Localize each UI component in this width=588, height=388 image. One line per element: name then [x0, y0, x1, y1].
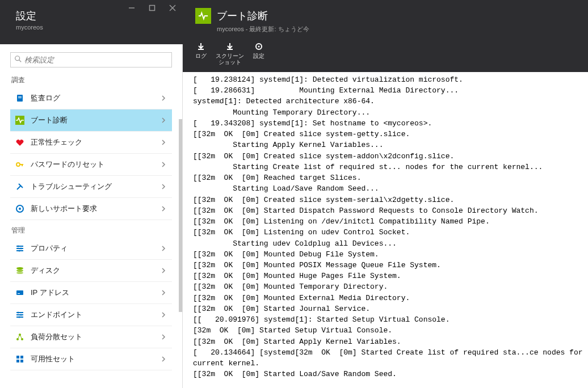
svg-point-20	[18, 246, 19, 247]
lb-icon	[15, 332, 25, 342]
nav-item-label: トラブルシューティング	[31, 182, 112, 192]
nav-item-audit-log[interactable]: 監査ログ	[10, 87, 172, 109]
nav-group-label: 管理	[11, 226, 172, 235]
svg-rect-39	[16, 356, 19, 359]
nav-item-label: 正常性チェック	[31, 137, 82, 147]
svg-point-16	[19, 208, 21, 210]
toolbar-label: ログ	[195, 53, 207, 59]
sidebar-scrollbar[interactable]	[179, 119, 182, 388]
chevron-right-icon	[161, 267, 166, 275]
toolbar-log-button[interactable]: ログ	[195, 40, 216, 68]
nav-item-endpoints[interactable]: エンドポイント	[10, 304, 172, 326]
svg-rect-1	[150, 6, 155, 11]
nav-item-troubleshoot[interactable]: トラブルシューティング	[10, 176, 172, 198]
nav-item-properties[interactable]: プロパティ	[10, 238, 172, 260]
svg-rect-40	[20, 356, 23, 359]
nav-item-boot-diag[interactable]: ブート診断	[10, 109, 172, 132]
close-button[interactable]	[162, 0, 183, 16]
doc-icon	[15, 93, 25, 103]
nav-item-label: 可用性セット	[31, 354, 75, 364]
nav-item-disks[interactable]: ディスク	[10, 260, 172, 282]
support-icon	[15, 204, 25, 214]
svg-point-31	[18, 312, 19, 314]
svg-point-48	[258, 46, 260, 48]
download-icon	[196, 41, 205, 52]
heart-icon	[15, 137, 25, 147]
nav-item-label: ディスク	[31, 265, 60, 276]
svg-point-24	[16, 269, 23, 272]
nav-item-label: ブート診断	[31, 115, 68, 125]
svg-rect-8	[18, 98, 22, 98]
svg-rect-26	[16, 290, 23, 295]
toolbar-screenshot-button[interactable]: スクリーンショット	[216, 40, 253, 68]
chevron-right-icon	[161, 94, 166, 103]
nav-item-label: 新しいサポート要求	[31, 204, 97, 214]
sliders-icon	[15, 243, 25, 254]
chevron-right-icon	[161, 355, 166, 364]
nav-item-label: 負荷分散セット	[31, 332, 82, 342]
chevron-right-icon	[161, 333, 166, 341]
nav-item-lb-set[interactable]: 負荷分散セット	[10, 326, 172, 348]
svg-point-23	[16, 267, 23, 269]
svg-point-21	[20, 248, 22, 250]
maximize-button[interactable]	[142, 0, 162, 16]
disks-icon	[15, 265, 25, 276]
download-icon	[225, 41, 234, 52]
card-icon	[15, 288, 25, 298]
minimize-button[interactable]	[121, 0, 142, 16]
toolbar-label: スクリーンショット	[216, 53, 244, 65]
nav-item-label: エンドポイント	[31, 310, 82, 320]
search-icon	[14, 55, 22, 65]
svg-rect-42	[20, 360, 23, 362]
gear-icon	[254, 41, 263, 52]
chevron-right-icon	[161, 161, 166, 169]
chevron-right-icon	[161, 311, 166, 319]
svg-rect-7	[18, 96, 22, 97]
nav-item-support[interactable]: 新しいサポート要求	[10, 198, 172, 220]
svg-line-37	[18, 335, 20, 339]
svg-point-25	[16, 272, 23, 274]
chevron-right-icon	[161, 244, 166, 253]
svg-rect-27	[18, 293, 20, 294]
svg-line-5	[19, 60, 22, 62]
log-output: [ 19.238124] systemd[1]: Detected virtua…	[183, 72, 588, 388]
pulse-icon	[15, 115, 25, 125]
svg-point-32	[20, 314, 22, 316]
tools-icon	[15, 182, 25, 192]
svg-line-38	[20, 335, 22, 339]
toolbar-settings-button[interactable]: 設定	[253, 40, 274, 68]
nav-item-label: プロパティ	[31, 243, 68, 254]
chevron-right-icon	[161, 205, 166, 213]
boot-diag-icon	[195, 8, 211, 24]
page-title: ブート診断	[217, 9, 268, 23]
toolbar-label: 設定	[253, 53, 264, 59]
svg-rect-41	[16, 360, 19, 362]
chevron-right-icon	[161, 138, 166, 147]
svg-point-10	[16, 163, 20, 166]
key-icon	[15, 159, 25, 170]
search-input[interactable]	[24, 56, 168, 64]
nav-group-label: 調査	[11, 75, 172, 85]
nav-item-pw-reset[interactable]: パスワードのリセット	[10, 154, 172, 176]
chevron-right-icon	[161, 183, 166, 191]
settings-subtitle: mycoreos	[16, 24, 174, 31]
svg-point-22	[19, 250, 20, 252]
nav-item-avail-set[interactable]: 可用性セット	[10, 348, 172, 370]
page-subtitle: mycoreos - 最終更新: ちょうど今	[217, 25, 579, 33]
search-settings[interactable]	[10, 52, 172, 68]
nav-item-health[interactable]: 正常性チェック	[10, 132, 172, 154]
nav-item-ip[interactable]: IP アドレス	[10, 282, 172, 304]
svg-point-33	[19, 317, 20, 318]
chevron-right-icon	[161, 116, 166, 125]
grid-icon	[15, 354, 25, 364]
nav-item-label: パスワードのリセット	[31, 159, 104, 170]
chevron-right-icon	[161, 289, 166, 297]
svg-point-4	[15, 56, 20, 61]
sliders-icon	[15, 310, 25, 320]
nav-item-label: IP アドレス	[31, 288, 69, 298]
nav-item-label: 監査ログ	[31, 93, 60, 103]
